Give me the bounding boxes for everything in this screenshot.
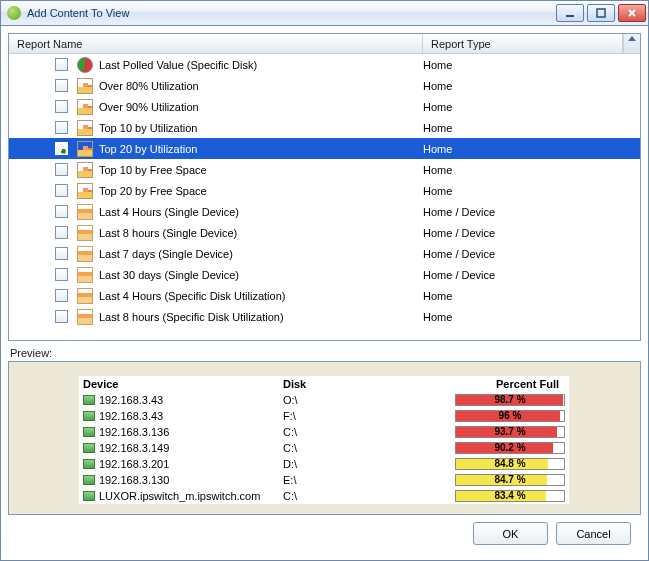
row-name: Top 20 by Utilization	[99, 143, 423, 155]
row-type: Home / Device	[423, 269, 640, 281]
area-icon	[77, 225, 93, 241]
row-type: Home	[423, 290, 640, 302]
preview-disk: E:\	[283, 474, 403, 486]
percent-label: 90.2 %	[456, 443, 564, 453]
preview-row: 192.168.3.149C:\90.2 %	[79, 440, 569, 456]
list-row[interactable]: Last 8 hours (Specific Disk Utilization)…	[9, 306, 640, 327]
scrollbar-header	[623, 34, 640, 53]
device-icon	[83, 427, 95, 437]
row-checkbox[interactable]	[55, 79, 68, 92]
ok-button[interactable]: OK	[473, 522, 548, 545]
list-row[interactable]: Last 4 Hours (Specific Disk Utilization)…	[9, 285, 640, 306]
window-title: Add Content To View	[27, 7, 553, 19]
row-name: Last 4 Hours (Specific Disk Utilization)	[99, 290, 423, 302]
preview-disk: C:\	[283, 490, 403, 502]
row-checkbox[interactable]	[55, 58, 68, 71]
dialog-window: Add Content To View Report Name Report T…	[0, 0, 649, 561]
preview-col-disk: Disk	[283, 378, 403, 390]
row-checkbox[interactable]	[55, 163, 68, 176]
bar-icon	[77, 78, 93, 94]
preview-row: 192.168.3.43O:\98.7 %	[79, 392, 569, 408]
row-checkbox[interactable]	[55, 205, 68, 218]
preview-col-percent: Percent Full	[403, 378, 565, 390]
row-type: Home	[423, 164, 640, 176]
row-checkbox[interactable]	[55, 310, 68, 323]
column-header-name[interactable]: Report Name	[9, 34, 423, 53]
pie-icon	[77, 57, 93, 73]
row-checkbox[interactable]	[55, 226, 68, 239]
list-row[interactable]: Last Polled Value (Specific Disk)Home	[9, 54, 640, 75]
percent-bar: 93.7 %	[455, 426, 565, 438]
dialog-footer: OK Cancel	[8, 515, 641, 553]
list-row[interactable]: Over 90% UtilizationHome	[9, 96, 640, 117]
list-row[interactable]: Last 7 days (Single Device)Home / Device	[9, 243, 640, 264]
bar-icon	[77, 99, 93, 115]
row-name: Top 10 by Utilization	[99, 122, 423, 134]
list-row[interactable]: Last 4 Hours (Single Device)Home / Devic…	[9, 201, 640, 222]
close-button[interactable]	[618, 4, 646, 22]
row-name: Over 80% Utilization	[99, 80, 423, 92]
bar-icon	[77, 162, 93, 178]
row-checkbox[interactable]	[55, 184, 68, 197]
svg-rect-1	[597, 9, 605, 17]
preview-header: Device Disk Percent Full	[79, 376, 569, 392]
row-name: Last 4 Hours (Single Device)	[99, 206, 423, 218]
preview-device: 192.168.3.43	[99, 410, 163, 422]
area-icon	[77, 246, 93, 262]
preview-col-device: Device	[83, 378, 283, 390]
list-row[interactable]: Last 30 days (Single Device)Home / Devic…	[9, 264, 640, 285]
percent-bar: 98.7 %	[455, 394, 565, 406]
area-icon	[77, 309, 93, 325]
row-name: Last Polled Value (Specific Disk)	[99, 59, 423, 71]
app-icon	[7, 6, 21, 20]
chevron-up-icon[interactable]	[628, 36, 636, 41]
percent-label: 96 %	[456, 411, 564, 421]
column-header-type[interactable]: Report Type	[423, 34, 623, 53]
preview-disk: D:\	[283, 458, 403, 470]
row-checkbox[interactable]	[55, 247, 68, 260]
row-name: Over 90% Utilization	[99, 101, 423, 113]
row-checkbox[interactable]	[55, 268, 68, 281]
area-icon	[77, 288, 93, 304]
row-name: Last 8 hours (Single Device)	[99, 227, 423, 239]
list-row[interactable]: Top 10 by Free SpaceHome	[9, 159, 640, 180]
list-row[interactable]: Last 8 hours (Single Device)Home / Devic…	[9, 222, 640, 243]
percent-label: 84.8 %	[456, 459, 564, 469]
row-checkbox[interactable]	[55, 289, 68, 302]
minimize-button[interactable]	[556, 4, 584, 22]
titlebar[interactable]: Add Content To View	[1, 1, 648, 26]
row-type: Home	[423, 311, 640, 323]
preview-table: Device Disk Percent Full 192.168.3.43O:\…	[79, 376, 569, 504]
percent-label: 98.7 %	[456, 395, 564, 405]
row-name: Last 8 hours (Specific Disk Utilization)	[99, 311, 423, 323]
list-row[interactable]: Top 20 by Free SpaceHome	[9, 180, 640, 201]
row-type: Home	[423, 122, 640, 134]
percent-bar: 83.4 %	[455, 490, 565, 502]
row-checkbox[interactable]	[55, 100, 68, 113]
bar-icon	[77, 183, 93, 199]
device-icon	[83, 395, 95, 405]
row-name: Top 10 by Free Space	[99, 164, 423, 176]
list-row[interactable]: Over 80% UtilizationHome	[9, 75, 640, 96]
preview-device: LUXOR.ipswitch_m.ipswitch.com	[99, 490, 260, 502]
device-icon	[83, 443, 95, 453]
list-header: Report Name Report Type	[9, 34, 640, 54]
list-row[interactable]: Top 20 by UtilizationHome	[9, 138, 640, 159]
row-checkbox[interactable]	[55, 142, 68, 155]
preview-disk: C:\	[283, 442, 403, 454]
cancel-button[interactable]: Cancel	[556, 522, 631, 545]
row-type: Home	[423, 185, 640, 197]
preview-panel: Device Disk Percent Full 192.168.3.43O:\…	[8, 361, 641, 515]
percent-bar: 96 %	[455, 410, 565, 422]
percent-label: 84.7 %	[456, 475, 564, 485]
row-checkbox[interactable]	[55, 121, 68, 134]
percent-bar: 90.2 %	[455, 442, 565, 454]
list-row[interactable]: Top 10 by UtilizationHome	[9, 117, 640, 138]
device-icon	[83, 475, 95, 485]
preview-device: 192.168.3.43	[99, 394, 163, 406]
preview-disk: O:\	[283, 394, 403, 406]
maximize-button[interactable]	[587, 4, 615, 22]
dialog-body: Report Name Report Type Last Polled Valu…	[1, 26, 648, 560]
row-name: Top 20 by Free Space	[99, 185, 423, 197]
device-icon	[83, 491, 95, 501]
